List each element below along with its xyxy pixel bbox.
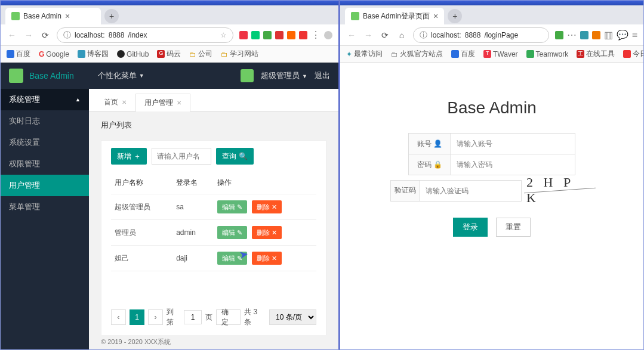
profile-icon[interactable] — [324, 31, 332, 39]
customize-menu[interactable]: 个性化菜单▼ — [98, 70, 144, 81]
goto-page-input[interactable] — [184, 310, 202, 324]
forward-button[interactable]: → — [23, 30, 34, 41]
delete-button[interactable]: 删除 ✕ — [252, 226, 282, 239]
bookmark-item[interactable]: 博客园 — [78, 49, 109, 59]
page-size-select[interactable]: 10 条/页 — [269, 309, 316, 325]
tab-title: Base Admin登录页面 — [363, 11, 430, 21]
login-title: Base Admin — [447, 98, 536, 117]
address-input[interactable]: ⓘ localhost:8888/loginPage — [413, 27, 549, 43]
new-tab-button[interactable]: + — [448, 9, 462, 23]
tab-user-mgmt[interactable]: 用户管理✕ — [135, 94, 190, 111]
bookmark-item[interactable]: GitHub — [117, 50, 149, 58]
star-icon[interactable]: ☆ — [220, 31, 227, 39]
new-tab-button[interactable]: + — [104, 9, 119, 23]
delete-button[interactable]: 删除 ✕ — [252, 252, 282, 265]
library-icon[interactable]: ▥ — [604, 29, 613, 41]
col-username: 用户名称 — [111, 172, 172, 194]
table-row: 管理员admin编辑 ✎删除 ✕ — [111, 220, 316, 246]
bookmark-item[interactable]: 今日头条 — [623, 49, 643, 59]
logout-link[interactable]: 退出 — [315, 70, 330, 81]
query-button[interactable]: 查询🔍 — [216, 148, 254, 165]
ext-icon[interactable] — [251, 31, 260, 39]
url-path: /index — [128, 31, 147, 39]
bookmark-item[interactable]: 百度 — [7, 49, 30, 59]
bookmark-item[interactable]: G码云 — [157, 49, 181, 59]
page-number[interactable]: 1 — [130, 309, 144, 325]
ext-icon[interactable] — [287, 31, 295, 39]
close-tab-icon[interactable]: × — [433, 11, 438, 21]
sidebar-item-permission[interactable]: 权限管理 — [1, 153, 89, 175]
next-page-button[interactable]: › — [148, 309, 163, 325]
back-button[interactable]: ← — [7, 30, 17, 41]
password-row: 密码🔒 — [408, 154, 575, 175]
captcha-input[interactable] — [420, 181, 521, 201]
user-list-panel: 新增＋ 查询🔍 用户名称 登录名 操作 超级管理员sa编辑 ✎删除 ✕管理员ad… — [101, 140, 326, 335]
forward-button[interactable]: → — [363, 30, 374, 41]
password-input[interactable] — [451, 154, 575, 175]
ext-icon[interactable] — [239, 31, 248, 39]
cell-login: sa — [172, 194, 214, 220]
reload-button[interactable]: ⟳ — [380, 30, 390, 41]
bookmark-folder[interactable]: 🗀公司 — [189, 49, 212, 59]
bookmark-item[interactable]: ✦最常访问 — [346, 49, 383, 59]
close-icon[interactable]: ✕ — [122, 99, 127, 106]
bookmark-item[interactable]: 百度 — [451, 49, 475, 59]
add-button[interactable]: 新增＋ — [111, 148, 147, 165]
close-icon[interactable]: ✕ — [177, 100, 181, 106]
current-user[interactable]: 超级管理员 ▼ — [261, 70, 307, 81]
chat-icon[interactable]: 💬 — [617, 29, 628, 41]
reload-button[interactable]: ⟳ — [40, 30, 51, 41]
browser-tab-left[interactable]: Base Admin × — [5, 8, 101, 24]
sidebar-item-user-mgmt[interactable]: 用户管理 — [1, 175, 89, 196]
bookmarks-bar-right: ✦最常访问 🗀火狐官方站点 百度 TTWaver Teamwork 工在线工具 … — [340, 46, 643, 63]
sidebar-group-system[interactable]: 系统管理▲ — [1, 89, 89, 110]
ext-icon[interactable] — [555, 31, 563, 39]
sidebar-item-menu-mgmt[interactable]: 菜单管理 — [1, 196, 89, 218]
bookmark-item[interactable]: TTWaver — [483, 50, 518, 58]
back-button[interactable]: ← — [346, 30, 357, 41]
edit-button[interactable]: 编辑 ✎ — [217, 200, 247, 213]
tab-home[interactable]: 首页✕ — [95, 93, 135, 111]
prev-page-button[interactable]: ‹ — [111, 309, 126, 325]
tab-strip-right: Base Admin登录页面 × + — [340, 5, 643, 24]
address-input[interactable]: ⓘ localhost:8888/index ☆ — [57, 27, 233, 43]
edit-button[interactable]: 编辑 ✎ — [217, 226, 247, 239]
close-icon: ✕ — [272, 229, 277, 237]
sidebar-item-system-settings[interactable]: 系统设置 — [1, 132, 89, 153]
more-icon[interactable]: ⋯ — [567, 29, 577, 41]
menu-icon[interactable]: ≡ — [632, 30, 637, 41]
kebab-icon[interactable]: ⋮ — [311, 29, 321, 41]
login-button[interactable]: 登录 — [453, 218, 488, 237]
avatar-icon[interactable] — [241, 69, 254, 82]
reset-button[interactable]: 重置 — [496, 218, 531, 237]
bookmark-item[interactable]: 工在线工具 — [577, 49, 615, 59]
cell-username: 管理员 — [111, 220, 172, 246]
bookmark-folder[interactable]: 🗀学习网站 — [221, 49, 258, 59]
sidebar-item-realtime-log[interactable]: 实时日志 — [1, 110, 89, 132]
edit-button[interactable]: 编辑 ✎ — [217, 252, 247, 265]
bookmark-item[interactable]: Teamwork — [526, 50, 569, 58]
ext-icon[interactable] — [299, 31, 307, 39]
close-tab-icon[interactable]: × — [65, 11, 70, 21]
delete-button[interactable]: 删除 ✕ — [252, 200, 282, 213]
main-tabs: 首页✕ 用户管理✕ — [89, 89, 338, 111]
home-button[interactable]: ⌂ — [396, 30, 407, 41]
ext-icon[interactable] — [263, 31, 272, 39]
goto-confirm-button[interactable]: 确定 — [216, 309, 241, 325]
url-host: localhost: — [75, 31, 105, 39]
account-input[interactable] — [451, 134, 575, 154]
ext-icon[interactable] — [580, 31, 588, 39]
username-search-input[interactable] — [152, 148, 211, 165]
ext-icon[interactable] — [275, 31, 284, 39]
search-icon: 🔍 — [239, 152, 248, 160]
pagination: ‹ 1 › 到第 页 确定 共 3 条 10 条/页 — [111, 307, 316, 327]
bookmark-folder[interactable]: 🗀火狐官方站点 — [391, 49, 443, 59]
bookmark-item[interactable]: GGoogle — [39, 50, 69, 58]
site-info-icon: ⓘ — [420, 30, 427, 41]
browser-tab-right[interactable]: Base Admin登录页面 × — [345, 8, 444, 24]
left-browser-window: Base Admin × + ← → ⟳ ⓘ localhost:8888/in… — [0, 0, 340, 350]
app-header: Base Admin 个性化菜单▼ 超级管理员 ▼ 退出 — [1, 63, 338, 89]
favicon-icon — [11, 12, 20, 20]
captcha-image[interactable]: 2 H P K — [526, 175, 593, 206]
ext-icon[interactable] — [592, 31, 600, 39]
